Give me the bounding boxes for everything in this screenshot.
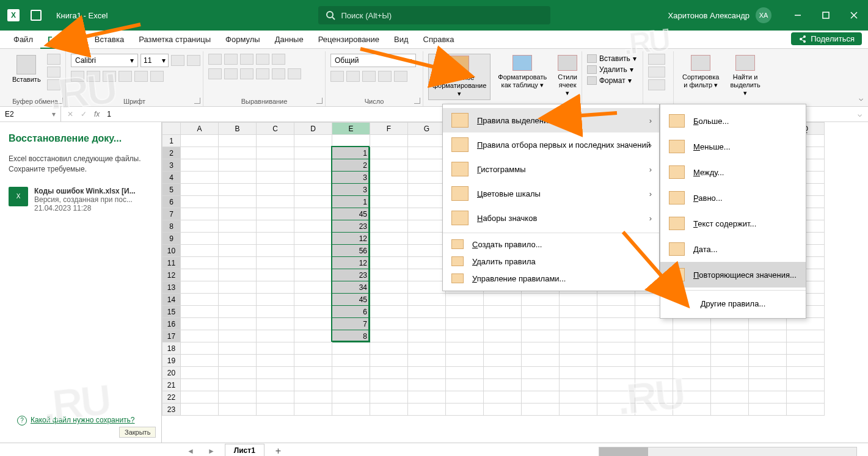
enter-formula-icon[interactable]: ✓ — [81, 110, 87, 118]
cell-M16[interactable] — [635, 318, 673, 330]
cell-L23[interactable] — [597, 404, 635, 416]
cell-F5[interactable] — [370, 184, 408, 196]
cell-F13[interactable] — [370, 281, 408, 294]
cell-B6[interactable] — [219, 196, 257, 208]
horizontal-scrollbar[interactable] — [599, 447, 857, 456]
row-header-16[interactable]: 16 — [162, 318, 181, 330]
cell-N19[interactable] — [673, 355, 711, 367]
expand-formula-icon[interactable]: ⌵ — [858, 110, 868, 118]
cell-G8[interactable] — [408, 220, 446, 233]
cell-D9[interactable] — [294, 233, 332, 245]
italic-icon[interactable] — [87, 71, 100, 82]
maximize-button[interactable] — [812, 0, 840, 31]
cell-G9[interactable] — [408, 233, 446, 245]
alignment-dialog-icon[interactable] — [316, 98, 323, 104]
row-header-23[interactable]: 23 — [162, 404, 181, 416]
merge-icon[interactable] — [288, 68, 301, 79]
align-bottom-icon[interactable] — [240, 54, 253, 65]
cell-I21[interactable] — [484, 379, 522, 391]
cell-K18[interactable] — [560, 342, 597, 355]
cell-A10[interactable] — [181, 245, 219, 257]
cell-E18[interactable] — [332, 342, 370, 355]
cell-O20[interactable] — [711, 367, 749, 379]
cell-F18[interactable] — [370, 342, 408, 355]
cell-B13[interactable] — [219, 281, 257, 294]
cell-A11[interactable] — [181, 257, 219, 269]
increase-font-icon[interactable] — [171, 55, 184, 66]
cell-J17[interactable] — [522, 330, 560, 342]
cell-G12[interactable] — [408, 269, 446, 281]
submenu-item[interactable]: Равно... — [660, 185, 806, 211]
submenu-item[interactable]: Больше... — [660, 108, 806, 134]
cell-B17[interactable] — [219, 330, 257, 342]
clipboard-dialog-icon[interactable] — [57, 98, 63, 104]
tab-формулы[interactable]: Формулы — [218, 31, 268, 49]
cell-F10[interactable] — [370, 245, 408, 257]
cell-Q19[interactable] — [787, 355, 825, 367]
row-header-11[interactable]: 11 — [162, 257, 181, 269]
cell-B18[interactable] — [219, 342, 257, 355]
cell-C15[interactable] — [257, 306, 294, 318]
cell-G19[interactable] — [408, 355, 446, 367]
cell-P23[interactable] — [749, 404, 787, 416]
menu-item[interactable]: Правила отбора первых и последних значен… — [443, 132, 659, 157]
row-header-6[interactable]: 6 — [162, 196, 181, 208]
cell-B22[interactable] — [219, 391, 257, 404]
cell-A17[interactable] — [181, 330, 219, 342]
cell-D12[interactable] — [294, 269, 332, 281]
cell-O21[interactable] — [711, 379, 749, 391]
cell-B4[interactable] — [219, 172, 257, 184]
cell-C6[interactable] — [257, 196, 294, 208]
cell-C23[interactable] — [257, 404, 294, 416]
tab-файл[interactable]: Файл — [6, 31, 40, 49]
cell-E21[interactable] — [332, 379, 370, 391]
cell-C14[interactable] — [257, 294, 294, 306]
cell-E19[interactable] — [332, 355, 370, 367]
cell-D16[interactable] — [294, 318, 332, 330]
cell-A21[interactable] — [181, 379, 219, 391]
cell-F23[interactable] — [370, 404, 408, 416]
cell-I18[interactable] — [484, 342, 522, 355]
row-header-2[interactable]: 2 — [162, 147, 181, 159]
cell-F20[interactable] — [370, 367, 408, 379]
cell-E20[interactable] — [332, 367, 370, 379]
cell-F2[interactable] — [370, 147, 408, 159]
which-file-link[interactable]: Какой файл нужно сохранить? — [17, 416, 135, 425]
close-button[interactable] — [840, 0, 868, 31]
cell-J23[interactable] — [522, 404, 560, 416]
cell-F12[interactable] — [370, 269, 408, 281]
cell-A7[interactable] — [181, 208, 219, 220]
cell-P20[interactable] — [749, 367, 787, 379]
row-header-14[interactable]: 14 — [162, 294, 181, 306]
cell-I20[interactable] — [484, 367, 522, 379]
cell-E12[interactable]: 23 — [332, 269, 370, 281]
cell-A5[interactable] — [181, 184, 219, 196]
tab-разметка страницы[interactable]: Разметка страницы — [131, 31, 218, 49]
cell-D13[interactable] — [294, 281, 332, 294]
tab-вид[interactable]: Вид — [387, 31, 416, 49]
submenu-item[interactable]: Повторяющиеся значения... — [660, 262, 806, 288]
cell-B23[interactable] — [219, 404, 257, 416]
cell-G14[interactable] — [408, 294, 446, 306]
cell-B19[interactable] — [219, 355, 257, 367]
column-header-D[interactable]: D — [294, 123, 332, 135]
submenu-item[interactable]: Между... — [660, 159, 806, 185]
cell-F15[interactable] — [370, 306, 408, 318]
cell-I23[interactable] — [484, 404, 522, 416]
cell-A12[interactable] — [181, 269, 219, 281]
menu-item[interactable]: Наборы значков› — [443, 206, 659, 230]
cell-M19[interactable] — [635, 355, 673, 367]
cell-E17[interactable]: 8 — [332, 330, 370, 342]
cell-J14[interactable] — [522, 294, 560, 306]
cell-L18[interactable] — [597, 342, 635, 355]
cell-K19[interactable] — [560, 355, 597, 367]
row-header-18[interactable]: 18 — [162, 342, 181, 355]
cell-F19[interactable] — [370, 355, 408, 367]
cell-D20[interactable] — [294, 367, 332, 379]
cell-C10[interactable] — [257, 245, 294, 257]
cell-I22[interactable] — [484, 391, 522, 404]
cell-G7[interactable] — [408, 208, 446, 220]
align-center-icon[interactable] — [224, 68, 238, 79]
decrease-font-icon[interactable] — [187, 55, 200, 66]
cell-Q16[interactable] — [787, 318, 825, 330]
